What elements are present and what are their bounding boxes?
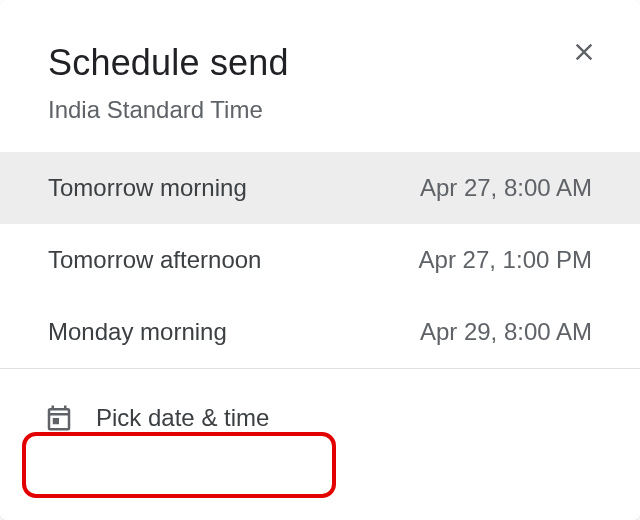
schedule-options-list: Tomorrow morning Apr 27, 8:00 AM Tomorro… (0, 152, 640, 369)
dialog-header: Schedule send India Standard Time (0, 0, 640, 152)
close-button[interactable] (566, 34, 602, 70)
option-label: Tomorrow afternoon (48, 246, 261, 274)
pick-date-time-button[interactable]: Pick date & time (24, 391, 293, 445)
option-time: Apr 27, 8:00 AM (420, 174, 592, 202)
dialog-footer: Pick date & time (0, 369, 640, 467)
timezone-label: India Standard Time (48, 96, 592, 124)
option-monday-morning[interactable]: Monday morning Apr 29, 8:00 AM (0, 296, 640, 368)
option-time: Apr 29, 8:00 AM (420, 318, 592, 346)
option-tomorrow-morning[interactable]: Tomorrow morning Apr 27, 8:00 AM (0, 152, 640, 224)
calendar-icon (44, 403, 74, 433)
option-time: Apr 27, 1:00 PM (419, 246, 592, 274)
close-icon (570, 38, 598, 66)
option-label: Tomorrow morning (48, 174, 247, 202)
option-label: Monday morning (48, 318, 227, 346)
option-tomorrow-afternoon[interactable]: Tomorrow afternoon Apr 27, 1:00 PM (0, 224, 640, 296)
schedule-send-dialog: Schedule send India Standard Time Tomorr… (0, 0, 640, 520)
dialog-title: Schedule send (48, 42, 592, 84)
svg-rect-0 (53, 418, 59, 424)
pick-date-time-label: Pick date & time (96, 404, 269, 432)
